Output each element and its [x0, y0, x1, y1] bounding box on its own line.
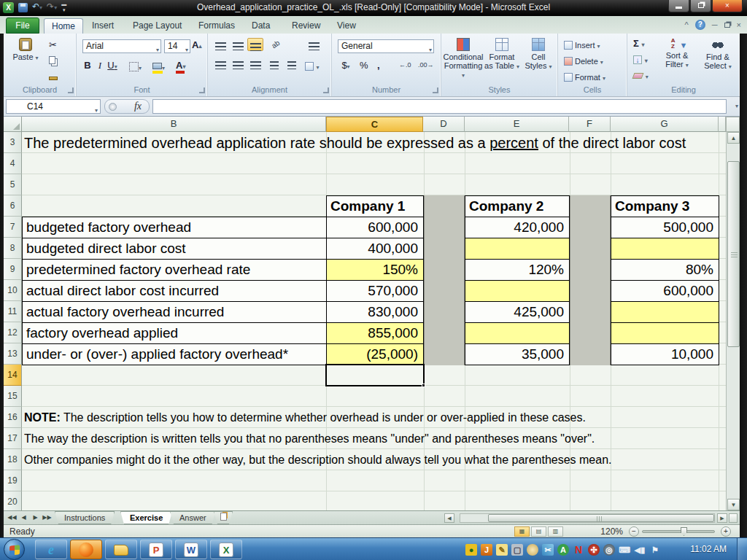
cell-e11[interactable]: 425,000 [465, 301, 570, 323]
row-header-4[interactable]: 4 [4, 153, 22, 174]
row-header-11[interactable]: 11 [4, 301, 22, 322]
sheet-tab-exercise[interactable]: Exercise [120, 511, 172, 524]
select-all-corner[interactable] [4, 117, 22, 132]
spacer-column-d[interactable] [424, 195, 465, 365]
italic-button[interactable]: I [96, 60, 104, 71]
tab-formulas[interactable]: Formulas [191, 18, 242, 34]
name-box-dropdown-icon[interactable]: ▾ [95, 104, 98, 117]
orientation-icon[interactable]: ab [266, 34, 286, 54]
taskbar-word-button[interactable]: W [175, 540, 207, 559]
zoom-in-icon[interactable]: + [721, 526, 731, 537]
taskbar-ie-button[interactable]: e [35, 540, 67, 559]
horizontal-scrollbar[interactable] [460, 513, 715, 523]
next-sheet-icon[interactable]: ▶ [30, 513, 41, 523]
format-cells-button[interactable]: Format ▾ [564, 70, 605, 85]
cell-e10-input[interactable] [465, 280, 570, 302]
cell-b10-label[interactable]: actual direct labor cost incurred [22, 280, 327, 302]
font-dialog-launcher[interactable] [199, 88, 205, 93]
workbook-close-icon[interactable]: × [737, 20, 741, 29]
row-header-16[interactable]: 16 [4, 407, 22, 428]
cell-e12-input[interactable] [465, 322, 570, 344]
column-header-d[interactable]: D [423, 117, 465, 132]
accounting-format-icon[interactable]: $▾ [339, 60, 352, 71]
bold-button[interactable]: B [82, 60, 93, 71]
cell-b17-note[interactable]: The way the description is written tells… [24, 429, 719, 449]
cell-g13[interactable]: 10,000 [611, 343, 719, 365]
decrease-decimal-icon[interactable]: .00→ [418, 61, 434, 69]
cell-b13-label[interactable]: under- or (over-) applied factory overhe… [22, 343, 327, 365]
taskbar-powerpoint-button[interactable]: P [140, 540, 172, 559]
row-header-12[interactable]: 12 [4, 322, 22, 343]
volume-icon[interactable]: ◀▮ [634, 544, 646, 556]
help-icon[interactable]: ? [695, 20, 705, 30]
paste-button[interactable]: Paste ▾ [7, 36, 44, 89]
cell-c9-input[interactable]: 150% [326, 259, 424, 281]
start-button[interactable] [4, 539, 25, 560]
row-header-17[interactable]: 17 [4, 428, 22, 449]
cell-c12-input[interactable]: 855,000 [326, 322, 424, 344]
alignment-dialog-launcher[interactable] [323, 88, 329, 93]
row-header-5[interactable]: 5 [4, 174, 22, 195]
cell-e13[interactable]: 35,000 [465, 343, 570, 365]
align-left-icon[interactable] [212, 57, 228, 70]
cell-e9[interactable]: 120% [465, 259, 570, 281]
zoom-slider[interactable] [642, 530, 715, 533]
autosum-button[interactable]: Σ ▾ [633, 38, 644, 49]
number-dialog-launcher[interactable] [433, 88, 438, 93]
spacer-column-f[interactable] [570, 195, 611, 365]
taskbar-firefox-button[interactable] [70, 540, 102, 559]
cell-b11-label[interactable]: actual factory overhead incurred [22, 301, 327, 323]
tray-monitor-icon[interactable]: ▢ [511, 544, 523, 556]
row-header-8[interactable]: 8 [4, 238, 22, 259]
tray-pinwheel-icon[interactable]: ✣ [588, 544, 600, 556]
last-sheet-icon[interactable]: ▶▶ [42, 513, 53, 523]
format-painter-icon[interactable] [49, 71, 58, 82]
cell-c13-input[interactable]: (25,000) [326, 343, 424, 365]
page-break-view-icon[interactable]: ▥ [548, 526, 563, 537]
insert-worksheet-tab[interactable] [214, 511, 233, 524]
cell-b9-label[interactable]: predetermined factory overhead rate [22, 259, 327, 281]
increase-indent-icon[interactable] [284, 57, 300, 70]
taskbar-explorer-button[interactable] [105, 540, 137, 559]
hscroll-right-icon[interactable]: ▶ [717, 513, 727, 523]
cell-c7[interactable]: 600,000 [326, 217, 424, 238]
formula-bar-expand-icon[interactable]: ▾ [735, 103, 738, 109]
grow-font-icon[interactable]: A▴ [192, 39, 201, 50]
cell-g12-input[interactable] [611, 322, 719, 344]
clear-button[interactable]: ▾ [633, 70, 649, 81]
zoom-out-icon[interactable]: − [629, 526, 639, 537]
tray-n-icon[interactable]: N [573, 544, 584, 556]
merge-center-icon[interactable]: ▾ [304, 57, 320, 70]
comma-style-icon[interactable]: , [377, 60, 380, 71]
column-header-f[interactable]: F [569, 117, 611, 132]
align-middle-icon[interactable] [230, 38, 246, 51]
clipboard-dialog-launcher[interactable] [68, 88, 74, 93]
workbook-minimize-icon[interactable]: ─ [712, 20, 718, 29]
horizontal-scrollbar-thumb[interactable] [488, 514, 714, 522]
cell-g9[interactable]: 80% [611, 259, 719, 281]
cut-icon[interactable]: ✂ [49, 39, 57, 50]
active-cell-c14[interactable] [325, 364, 425, 386]
find-select-button[interactable]: Find &Select ▾ [699, 36, 737, 89]
tab-page-layout[interactable]: Page Layout [125, 18, 189, 34]
tab-home[interactable]: Home [44, 18, 83, 34]
normal-view-icon[interactable]: ▦ [514, 526, 530, 537]
row-header-10[interactable]: 10 [4, 280, 22, 301]
tray-shield-icon[interactable]: ● [465, 544, 477, 556]
cell-b18-note[interactable]: Other companies might do it the other wa… [24, 450, 719, 470]
tab-view[interactable]: View [330, 18, 363, 34]
number-format-select[interactable]: General▾ [338, 39, 434, 53]
cell-e7[interactable]: 420,000 [465, 217, 570, 238]
sheet-tab-instructions[interactable]: Instructions [55, 511, 115, 524]
close-button[interactable]: × [712, 0, 743, 12]
taskbar-excel-button[interactable]: X [210, 540, 242, 559]
row-header-19[interactable]: 19 [4, 470, 22, 491]
sort-filter-button[interactable]: AZ▼ Sort &Filter ▾ [657, 36, 697, 89]
wrap-text-icon[interactable] [306, 38, 322, 51]
percent-style-icon[interactable]: % [360, 60, 368, 71]
tab-insert[interactable]: Insert [85, 18, 121, 34]
insert-function-button[interactable]: fx [104, 99, 150, 114]
cell-b12-label[interactable]: factory overhead applied [22, 322, 327, 344]
page-layout-view-icon[interactable]: ▤ [531, 526, 546, 537]
row-header-7[interactable]: 7 [4, 217, 22, 238]
